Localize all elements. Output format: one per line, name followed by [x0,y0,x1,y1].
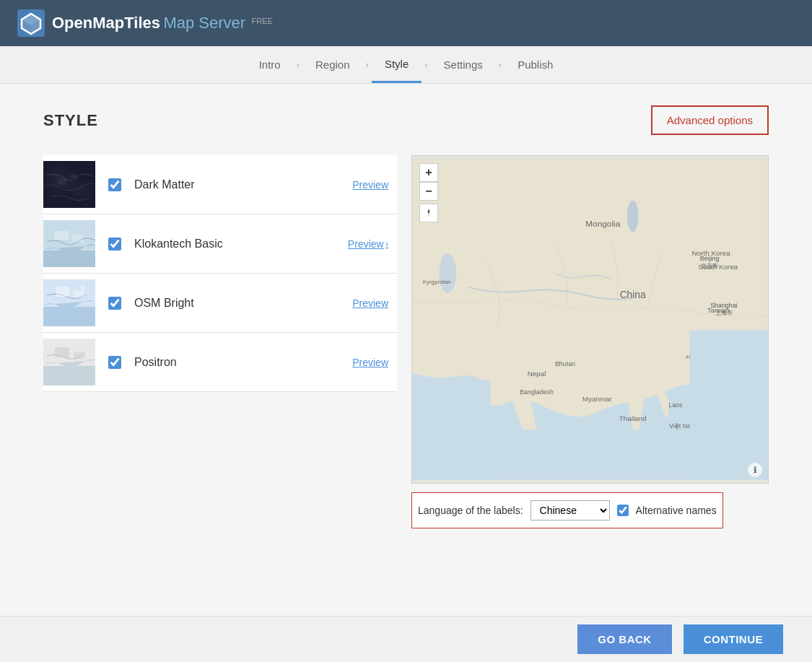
nav-arrow-1: › [297,59,300,70]
language-select[interactable]: Chinese English French German Spanish Ru… [531,500,610,521]
svg-rect-15 [74,290,84,297]
footer: GO BACK CONTINUE [0,616,812,662]
svg-rect-6 [58,179,66,185]
dark-matter-checkbox[interactable] [108,178,121,191]
svg-rect-5 [43,161,95,208]
svg-rect-20 [74,352,85,359]
svg-rect-18 [43,366,95,386]
svg-text:Bhutan: Bhutan [555,360,575,367]
klokantech-thumbnail [43,220,95,267]
svg-text:Nepal: Nepal [528,370,546,378]
svg-rect-9 [43,251,95,267]
dark-matter-name: Dark Matter [134,178,344,191]
svg-text:上海市: 上海市 [715,310,733,316]
klokantech-checkbox[interactable] [108,238,121,251]
content-area: Dark Matter Preview [43,155,769,528]
nav-item-settings[interactable]: Settings [431,46,496,83]
language-bar: Language of the labels: Chinese English … [411,492,723,528]
map-area: Mongolia China North Korea South Korea T… [411,155,769,528]
compass-button[interactable] [419,204,438,222]
go-back-button[interactable]: GO BACK [577,624,671,654]
svg-rect-11 [72,235,83,242]
positron-checkbox[interactable] [108,356,121,369]
advanced-options-button[interactable]: Advanced options [651,105,769,135]
zoom-in-button[interactable]: + [419,163,438,182]
nav-arrow-2: › [366,59,369,70]
alt-names-label: Alternative names [636,505,717,516]
svg-rect-14 [56,287,69,297]
style-list: Dark Matter Preview [43,155,397,528]
svg-text:Bangladesh: Bangladesh [520,388,554,396]
main-content: STYLE Advanced options Dark M [0,84,812,632]
svg-text:China: China [620,289,646,300]
navigation: Intro › Region › Style › Settings › Publ… [0,46,812,84]
klokantech-name: Klokantech Basic [134,238,339,251]
style-item-klokantech[interactable]: Klokantech Basic Preview › [43,214,397,274]
svg-text:北京市: 北京市 [701,263,718,269]
header: OpenMapTiles Map Server FREE [0,0,812,46]
svg-marker-50 [428,212,430,217]
compass-icon [424,208,434,218]
language-label: Language of the labels: [418,505,523,516]
svg-point-16 [80,285,86,291]
svg-text:Thailand: Thailand [619,414,647,422]
map-controls: + − [419,163,438,222]
svg-text:Beijing: Beijing [700,255,720,262]
osm-bright-name: OSM Bright [134,297,344,310]
alt-names-checkbox[interactable] [617,505,629,516]
svg-text:Shanghai: Shanghai [710,302,737,309]
dark-matter-thumbnail [43,161,95,208]
osm-bright-preview[interactable]: Preview [352,297,397,309]
map-container[interactable]: Mongolia China North Korea South Korea T… [411,155,769,484]
continue-button[interactable]: CONTINUE [684,624,783,654]
nav-arrow-4: › [499,59,502,70]
klokantech-preview[interactable]: Preview › [348,238,397,250]
page-header: STYLE Advanced options [43,105,769,135]
svg-rect-13 [43,307,95,326]
svg-text:Mongolia: Mongolia [585,219,620,229]
nav-item-region[interactable]: Region [302,46,363,83]
osm-bright-thumbnail [43,279,95,326]
map-info-button[interactable]: ℹ [748,463,762,477]
svg-point-22 [627,201,639,232]
logo: OpenMapTiles Map Server FREE [17,9,273,37]
svg-rect-10 [54,231,69,240]
svg-rect-48 [412,430,768,479]
svg-text:Kyrgyzstan: Kyrgyzstan [423,279,451,285]
zoom-out-button[interactable]: − [419,182,438,201]
svg-rect-19 [55,347,69,357]
positron-preview[interactable]: Preview [352,357,397,368]
svg-point-23 [439,253,456,293]
style-item-positron[interactable]: Positron Preview [43,333,397,392]
nav-item-style[interactable]: Style [372,46,422,83]
nav-item-publish[interactable]: Publish [505,46,566,83]
svg-text:Laos: Laos [668,401,683,409]
positron-name: Positron [134,356,344,369]
style-item-osm-bright[interactable]: OSM Bright Preview [43,274,397,333]
positron-thumbnail [43,339,95,386]
header-brand: OpenMapTiles Map Server FREE [52,14,273,32]
svg-rect-7 [71,174,77,178]
map-visualization: Mongolia China North Korea South Korea T… [412,156,768,483]
svg-text:Myanmar: Myanmar [582,395,613,403]
nav-arrow-3: › [424,59,427,70]
preview-arrow-icon: › [385,238,388,249]
nav-item-intro[interactable]: Intro [246,46,294,83]
osm-bright-checkbox[interactable] [108,297,121,310]
style-item-dark-matter[interactable]: Dark Matter Preview [43,155,397,214]
page-title: STYLE [43,111,98,130]
dark-matter-preview[interactable]: Preview [352,179,397,191]
logo-icon [17,9,45,37]
